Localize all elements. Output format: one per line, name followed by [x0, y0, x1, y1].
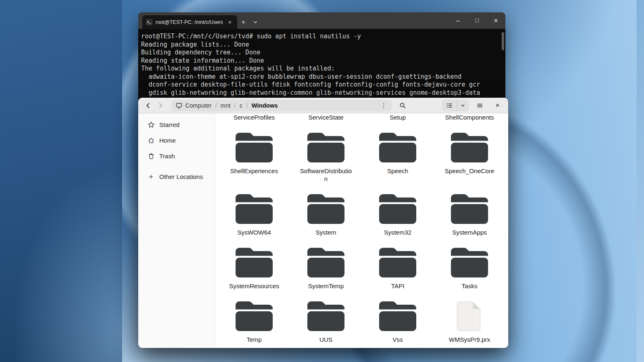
- file-item-label: Setup: [389, 113, 406, 121]
- folder-icon: [451, 194, 488, 224]
- file-item[interactable]: Setup: [362, 113, 434, 121]
- file-item[interactable]: UUS: [290, 301, 362, 343]
- breadcrumb-item[interactable]: mnt: [221, 102, 231, 109]
- file-item-label: ServiceProfiles: [234, 113, 275, 121]
- file-grid[interactable]: ServiceProfiles ServiceState Setup: [215, 113, 508, 348]
- file-item-label: ServiceState: [308, 113, 343, 121]
- chevron-left-icon: [145, 102, 151, 109]
- file-item[interactable]: SysWOW64: [218, 194, 290, 236]
- sidebar-item-trash[interactable]: Trash: [141, 148, 212, 164]
- terminal-line: Reading package lists... Done: [141, 41, 500, 49]
- terminal-line: adwaita-icon-theme at-spi2-core bubblewr…: [141, 73, 500, 81]
- file-item[interactable]: SystemTemp: [290, 247, 362, 290]
- new-tab-button[interactable]: +: [237, 15, 250, 29]
- tab-dropdown-button[interactable]: [250, 15, 261, 29]
- back-button[interactable]: [142, 99, 154, 112]
- folder-icon: [451, 132, 488, 163]
- file-item-label: SysWOW64: [237, 228, 271, 236]
- file-item[interactable]: TAPI: [362, 247, 434, 290]
- terminal-tab-title: root@TEST-PC: /mnt/c/Users/: [156, 19, 223, 25]
- file-item-label: TAPI: [391, 282, 404, 290]
- forward-button[interactable]: [154, 99, 167, 112]
- hamburger-icon: [477, 102, 483, 109]
- file-item[interactable]: WMSysPr9.prx: [434, 301, 505, 343]
- file-item[interactable]: Temp: [218, 301, 290, 343]
- view-options-dropdown[interactable]: [457, 100, 469, 111]
- file-item-label: UUS: [319, 336, 333, 343]
- terminal-tab[interactable]: root@TEST-PC: /mnt/c/Users/ ×: [142, 15, 237, 29]
- chevron-right-icon: [157, 102, 164, 109]
- folder-icon: [235, 194, 273, 224]
- file-item-label: System: [316, 228, 336, 236]
- file-item[interactable]: Speech: [362, 132, 434, 183]
- breadcrumb-item[interactable]: Computer: [185, 102, 212, 109]
- file-item-label: System32: [384, 228, 412, 236]
- close-button[interactable]: ×: [486, 12, 505, 29]
- wallpaper-left-band: [0, 0, 122, 362]
- star-icon: [147, 121, 155, 128]
- file-item[interactable]: SoftwareDistribution: [290, 132, 362, 183]
- folder-icon: [307, 247, 345, 278]
- sidebar-item-starred[interactable]: Starred: [141, 117, 212, 132]
- maximize-button[interactable]: □: [467, 12, 486, 29]
- files-window: Computer / mnt / c / Windows ⋮: [138, 98, 508, 348]
- terminal-window-controls: ─ □ ×: [448, 12, 505, 29]
- file-item[interactable]: System: [290, 194, 362, 236]
- terminal-scrollbar[interactable]: [502, 32, 504, 50]
- search-button[interactable]: [396, 99, 409, 112]
- sidebar-item-label: Home: [159, 137, 176, 144]
- folder-icon: [235, 301, 273, 331]
- sidebar-item-other-locations[interactable]: + Other Locations: [141, 169, 212, 184]
- breadcrumb-separator: /: [215, 102, 218, 109]
- file-item[interactable]: SystemApps: [434, 194, 505, 236]
- folder-icon: [235, 132, 273, 163]
- path-menu-button[interactable]: ⋮: [379, 101, 389, 110]
- file-item[interactable]: Vss: [362, 301, 434, 343]
- file-item-label: Speech_OneCore: [445, 167, 494, 175]
- search-icon: [399, 102, 406, 109]
- file-grid-row: Temp UUS Vss WMSysPr9.prx: [218, 301, 508, 343]
- breadcrumb-item-current[interactable]: Windows: [252, 102, 278, 109]
- file-item[interactable]: ServiceProfiles: [218, 113, 290, 121]
- window-close-button[interactable]: ×: [491, 99, 505, 112]
- breadcrumb-separator: /: [245, 102, 249, 109]
- terminal-icon: [146, 19, 152, 25]
- folder-icon: [379, 132, 417, 163]
- terminal-line: The following additional packages will b…: [141, 65, 500, 73]
- terminal-line: Building dependency tree... Done: [141, 49, 500, 57]
- files-headerbar[interactable]: Computer / mnt / c / Windows ⋮: [138, 98, 508, 113]
- terminal-line: root@TEST-PC:/mnt/c/Users/tvd# sudo apt …: [141, 33, 500, 41]
- file-grid-row: ServiceProfiles ServiceState Setup: [218, 113, 508, 121]
- file-item-label: WMSysPr9.prx: [449, 336, 490, 343]
- main-menu-button[interactable]: [473, 99, 486, 112]
- file-item-label: SystemResources: [229, 282, 279, 290]
- file-item[interactable]: Speech_OneCore: [434, 132, 505, 183]
- path-bar[interactable]: Computer / mnt / c / Windows ⋮: [172, 100, 392, 111]
- folder-icon: [307, 132, 345, 163]
- terminal-titlebar[interactable]: root@TEST-PC: /mnt/c/Users/ × + ─ □ ×: [138, 12, 505, 29]
- sidebar-item-home[interactable]: Home: [141, 132, 212, 148]
- file-item-label: Vss: [392, 336, 403, 343]
- file-item[interactable]: System32: [362, 194, 434, 236]
- files-body: Starred Home: [138, 113, 508, 348]
- folder-icon: [307, 301, 345, 331]
- breadcrumb-item[interactable]: c: [240, 102, 243, 109]
- file-item[interactable]: ServiceState: [290, 113, 362, 121]
- terminal-line: gdisk glib-networking glib-networking-co…: [141, 89, 500, 97]
- file-item[interactable]: SystemResources: [218, 247, 290, 290]
- file-item-label: SystemApps: [452, 228, 487, 236]
- file-item-label: ShellComponents: [445, 113, 494, 121]
- plus-icon: +: [147, 173, 155, 180]
- chevron-down-icon: [460, 103, 465, 108]
- file-grid-inner: ServiceProfiles ServiceState Setup: [218, 113, 508, 343]
- minimize-button[interactable]: ─: [448, 12, 467, 29]
- file-item[interactable]: Tasks: [434, 247, 505, 290]
- list-view-button[interactable]: [442, 100, 457, 111]
- file-grid-row: ShellExperiences SoftwareDistribution Sp…: [218, 132, 508, 183]
- file-item[interactable]: ShellComponents: [434, 113, 505, 121]
- tab-close-button[interactable]: ×: [226, 19, 234, 26]
- file-item-label: SystemTemp: [308, 282, 344, 290]
- chevron-down-icon: [253, 20, 258, 25]
- view-toggle-group: [442, 100, 469, 111]
- file-item[interactable]: ShellExperiences: [218, 132, 290, 183]
